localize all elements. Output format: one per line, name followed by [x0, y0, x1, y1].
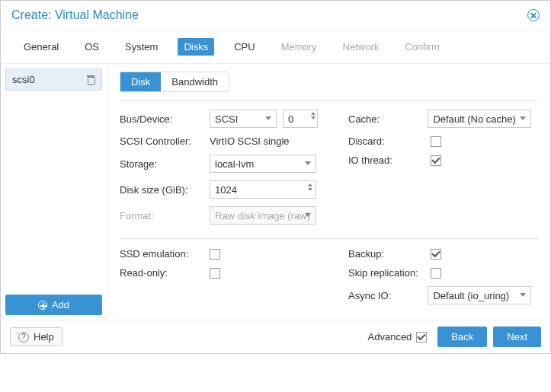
tab-general[interactable]: General [18, 38, 65, 56]
ssd-emulation-row: SSD emulation: [120, 248, 318, 260]
async-io-label: Async IO: [348, 290, 421, 301]
bus-device-label: Bus/Device: [120, 113, 203, 125]
chevron-down-icon [305, 213, 311, 217]
async-io-select[interactable]: Default (io_uring) [428, 286, 531, 304]
create-vm-dialog: Create: Virtual Machine General OS Syste… [0, 0, 551, 354]
add-button-label: Add [52, 299, 69, 311]
tab-system[interactable]: System [119, 38, 164, 56]
dialog-title: Create: Virtual Machine [11, 8, 139, 22]
help-icon: ? [18, 332, 29, 343]
ssd-emulation-label: SSD emulation: [120, 248, 203, 260]
ssd-emulation-checkbox[interactable] [210, 249, 220, 260]
dialog-titlebar: Create: Virtual Machine [1, 1, 550, 30]
next-button[interactable]: Next [493, 327, 541, 347]
format-label: Format: [120, 210, 203, 221]
storage-label: Storage: [120, 158, 203, 170]
async-io-row: Async IO: Default (io_uring) [348, 286, 531, 304]
help-button[interactable]: ? Help [10, 327, 62, 346]
scsi-controller-row: SCSI Controller: VirtIO SCSI single [120, 135, 318, 147]
read-only-label: Read-only: [120, 267, 203, 279]
discard-checkbox[interactable] [431, 136, 441, 147]
io-thread-row: IO thread: [348, 155, 531, 166]
bus-device-row: Bus/Device: SCSI 0 [120, 110, 318, 128]
skip-replication-row: Skip replication: [348, 267, 531, 279]
io-thread-label: IO thread: [348, 155, 424, 166]
add-disk-button[interactable]: Add [5, 295, 102, 315]
cache-select[interactable]: Default (No cache) [428, 110, 531, 128]
close-icon[interactable] [527, 9, 540, 21]
dialog-body: scsi0 Add Disk Bandwidth Bus/Device: SCS… [1, 64, 550, 320]
read-only-checkbox[interactable] [210, 268, 220, 279]
tab-cpu[interactable]: CPU [228, 38, 261, 56]
discard-row: Discard: [348, 135, 531, 147]
backup-label: Backup: [348, 248, 424, 260]
bus-select[interactable]: SCSI [210, 110, 277, 128]
subtab-disk[interactable]: Disk [120, 72, 161, 91]
storage-select[interactable]: local-lvm [210, 155, 316, 173]
disk-form: Disk Bandwidth Bus/Device: SCSI 0 SCSI C… [107, 64, 550, 320]
disk-subtabs: Disk Bandwidth [120, 72, 229, 92]
tab-disks[interactable]: Disks [178, 38, 214, 56]
scsi-controller-value: VirtIO SCSI single [210, 135, 290, 147]
back-button[interactable]: Back [437, 327, 487, 347]
disk-size-row: Disk size (GiB): 1024 [120, 180, 318, 199]
cache-row: Cache: Default (No cache) [348, 110, 531, 128]
scsi-controller-label: SCSI Controller: [120, 135, 203, 147]
advanced-label: Advanced [368, 331, 412, 343]
tab-network: Network [337, 38, 386, 56]
chevron-down-icon [265, 116, 271, 120]
wizard-tabs: General OS System Disks CPU Memory Netwo… [1, 30, 550, 64]
read-only-row: Read-only: [120, 267, 318, 279]
sidebar-item-scsi0[interactable]: scsi0 [5, 69, 102, 91]
skip-replication-checkbox[interactable] [431, 268, 441, 279]
advanced-toggle[interactable]: Advanced [368, 331, 428, 343]
backup-checkbox[interactable] [431, 249, 441, 260]
backup-row: Backup: [348, 248, 531, 260]
disk-size-input[interactable]: 1024 [210, 180, 316, 199]
storage-row: Storage: local-lvm [120, 155, 318, 173]
chevron-down-icon [520, 116, 526, 120]
tab-os[interactable]: OS [78, 38, 105, 56]
cache-label: Cache: [348, 113, 421, 125]
io-thread-checkbox[interactable] [431, 155, 441, 166]
subtab-bandwidth[interactable]: Bandwidth [161, 72, 229, 91]
tab-confirm: Confirm [399, 38, 446, 56]
discard-label: Discard: [348, 135, 424, 147]
dialog-footer: ? Help Advanced Back Next [1, 320, 550, 353]
chevron-down-icon [305, 161, 311, 165]
disk-size-label: Disk size (GiB): [120, 184, 203, 196]
skip-replication-label: Skip replication: [348, 267, 424, 279]
format-row: Format: Raw disk image (raw) [120, 206, 318, 225]
disk-sidebar: scsi0 Add [1, 64, 107, 320]
format-select: Raw disk image (raw) [210, 206, 316, 225]
chevron-down-icon [520, 293, 526, 297]
device-number-input[interactable]: 0 [283, 110, 318, 128]
tab-memory: Memory [275, 38, 323, 56]
advanced-checkbox[interactable] [416, 332, 427, 343]
plus-circle-icon [38, 301, 47, 310]
trash-icon[interactable] [86, 75, 95, 84]
sidebar-item-label: scsi0 [12, 74, 35, 85]
help-label: Help [34, 331, 54, 343]
